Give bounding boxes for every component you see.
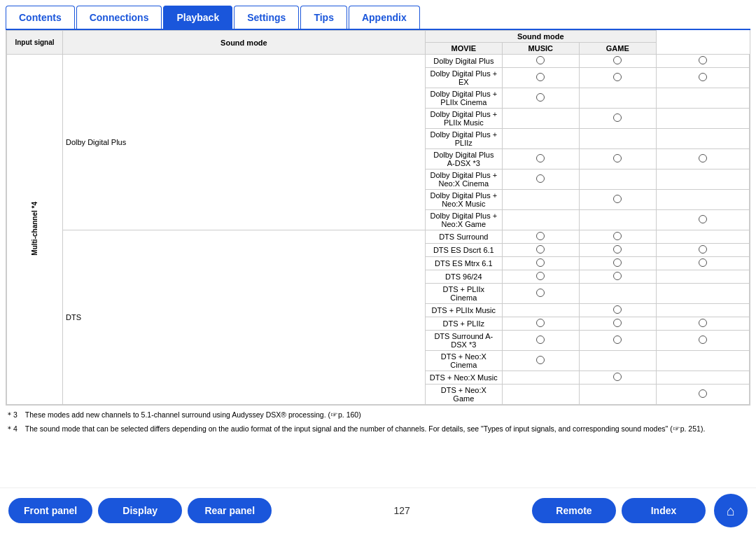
circle-icon <box>613 154 622 162</box>
music-cell <box>579 304 656 317</box>
tab-settings[interactable]: Settings <box>234 6 299 29</box>
header-movie: MOVIE <box>425 43 502 55</box>
game-cell <box>656 317 749 331</box>
sound-mode-cell: Dolby Digital Plus + Neo:X Game <box>425 210 502 230</box>
circle-icon <box>536 356 545 364</box>
header-game: GAME <box>579 43 656 55</box>
game-cell <box>656 331 749 351</box>
tab-connections[interactable]: Connections <box>76 6 162 29</box>
movie-cell <box>502 88 579 109</box>
footnote-area: ＊3 These modes add new channels to 5.1-c… <box>6 410 750 435</box>
game-cell <box>656 190 749 210</box>
movie-cell <box>502 351 579 371</box>
movie-cell <box>502 304 579 317</box>
sound-mode-cell: DTS Surround A-DSX *3 <box>425 331 502 351</box>
game-cell <box>656 169 749 190</box>
sound-mode-cell: Dolby Digital Plus + Neo:X Cinema <box>425 169 502 190</box>
front-panel-button[interactable]: Front panel <box>8 498 92 523</box>
circle-icon <box>613 335 622 344</box>
circle-icon <box>536 335 545 344</box>
movie-cell <box>502 129 579 149</box>
music-cell <box>579 317 656 331</box>
game-cell <box>656 371 749 385</box>
sound-mode-cell: Dolby Digital Plus + Neo:X Music <box>425 190 502 210</box>
page-number: 127 <box>277 505 526 516</box>
movie-cell <box>502 317 579 331</box>
header-sound-mode: Sound mode <box>63 31 426 55</box>
game-cell <box>656 210 749 230</box>
game-cell <box>656 109 749 129</box>
sound-mode-cell: Dolby Digital Plus + PLIIx Music <box>425 109 502 129</box>
circle-icon <box>699 389 707 398</box>
circle-icon <box>613 272 622 280</box>
circle-icon <box>536 174 545 183</box>
music-cell <box>579 351 656 371</box>
sound-mode-cell: DTS 96/24 <box>425 270 502 284</box>
circle-icon <box>536 154 545 162</box>
movie-cell <box>502 190 579 210</box>
music-cell <box>579 331 656 351</box>
circle-icon <box>613 258 622 267</box>
circle-icon <box>536 245 545 254</box>
movie-cell <box>502 257 579 270</box>
tab-playback[interactable]: Playback <box>163 6 232 29</box>
remote-button[interactable]: Remote <box>532 498 616 523</box>
circle-icon <box>699 215 707 223</box>
header-input-signal: Input signal <box>7 31 63 55</box>
circle-icon <box>536 73 545 81</box>
music-cell <box>579 244 656 257</box>
circle-icon <box>536 258 545 267</box>
circle-icon <box>613 305 622 314</box>
movie-cell <box>502 270 579 284</box>
game-cell <box>656 257 749 270</box>
display-button[interactable]: Display <box>98 498 182 523</box>
circle-icon <box>613 56 622 64</box>
music-cell <box>579 230 656 244</box>
subsection-label: Dolby Digital Plus <box>63 55 426 230</box>
game-cell <box>656 230 749 244</box>
circle-icon <box>536 319 545 327</box>
sound-mode-cell: Dolby Digital Plus + PLIIx Cinema <box>425 88 502 109</box>
circle-icon <box>536 232 545 240</box>
sound-mode-cell: Dolby Digital Plus + EX <box>425 68 502 88</box>
header-music: MUSIC <box>502 43 579 55</box>
sound-mode-table: Input signal Sound mode Sound mode MOVIE… <box>6 30 750 405</box>
index-button[interactable]: Index <box>622 498 706 523</box>
tab-appendix[interactable]: Appendix <box>349 6 420 29</box>
circle-icon <box>699 73 707 81</box>
circle-icon <box>699 245 707 254</box>
sound-mode-cell: DTS + PLIIx Music <box>425 304 502 317</box>
movie-cell <box>502 169 579 190</box>
game-cell <box>656 351 749 371</box>
circle-icon <box>613 232 622 240</box>
sound-mode-cell: Dolby Digital Plus <box>425 55 502 68</box>
tab-contents[interactable]: Contents <box>6 6 75 29</box>
circle-icon <box>613 195 622 203</box>
rear-panel-button[interactable]: Rear panel <box>188 498 272 523</box>
music-cell <box>579 109 656 129</box>
movie-cell <box>502 55 579 68</box>
game-cell <box>656 244 749 257</box>
home-button[interactable]: ⌂ <box>714 494 748 527</box>
game-cell <box>656 68 749 88</box>
music-cell <box>579 149 656 169</box>
movie-cell <box>502 331 579 351</box>
game-cell <box>656 55 749 68</box>
music-cell <box>579 169 656 190</box>
sound-mode-cell: DTS + PLIIz <box>425 317 502 331</box>
circle-icon <box>613 245 622 254</box>
music-cell <box>579 284 656 304</box>
table-row: DTSDTS Surround <box>7 230 750 244</box>
music-cell <box>579 55 656 68</box>
game-cell <box>656 385 749 405</box>
game-cell <box>656 149 749 169</box>
movie-cell <box>502 210 579 230</box>
circle-icon <box>613 73 622 81</box>
movie-cell <box>502 230 579 244</box>
top-navigation: Contents Connections Playback Settings T… <box>6 6 750 30</box>
tab-tips[interactable]: Tips <box>300 6 347 29</box>
music-cell <box>579 129 656 149</box>
music-cell <box>579 88 656 109</box>
music-cell <box>579 371 656 385</box>
sound-mode-cell: Dolby Digital Plus + PLIIz <box>425 129 502 149</box>
